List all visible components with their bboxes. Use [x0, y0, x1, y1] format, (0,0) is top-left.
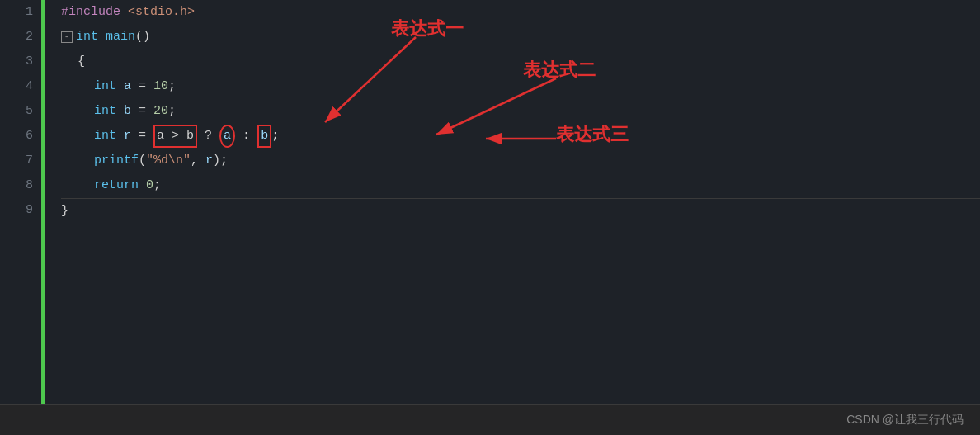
code-line-6: int r = a > b ? a : b;	[61, 124, 980, 149]
code-line-4: int a = 10;	[61, 74, 980, 99]
code-line-9: }	[61, 198, 980, 223]
line-num-7: 7	[26, 149, 33, 173]
code-line-3: {	[61, 50, 980, 74]
line-num-9: 9	[26, 198, 33, 223]
line-num-3: 3	[26, 50, 33, 74]
line-num-4: 4	[26, 74, 33, 99]
collapse-icon[interactable]: -	[61, 31, 73, 43]
expr2-circle: a	[219, 125, 235, 148]
code-line-2: -int main()	[61, 25, 980, 50]
line-num-2: 2	[26, 25, 33, 50]
code-line-7: printf("%d\n", r);	[61, 149, 980, 173]
watermark: CSDN @让我三行代码	[846, 413, 964, 428]
expr1-box: a > b	[153, 125, 197, 148]
annotation-expr2: 表达式二	[523, 58, 596, 83]
line-numbers: 1 2 3 4 5 6 7 8 9	[0, 0, 41, 404]
line-num-6: 6	[26, 124, 33, 149]
code-line-1: #include <stdio.h>	[61, 0, 980, 25]
editor-container: 1 2 3 4 5 6 7 8 9 #include <stdio.h> -in…	[0, 0, 980, 404]
line-num-1: 1	[26, 0, 33, 25]
line-num-8: 8	[26, 173, 33, 198]
annotation-expr3: 表达式三	[556, 122, 629, 147]
annotation-expr1: 表达式一	[391, 17, 464, 41]
bottom-bar: CSDN @让我三行代码	[0, 404, 980, 435]
include-keyword: #include	[61, 0, 120, 25]
line-num-5: 5	[26, 99, 33, 124]
code-line-8: return 0;	[61, 173, 980, 198]
code-area: #include <stdio.h> -int main() { int a =…	[45, 0, 980, 404]
code-line-5: int b = 20;	[61, 99, 980, 124]
expr3-box: b	[257, 125, 271, 148]
